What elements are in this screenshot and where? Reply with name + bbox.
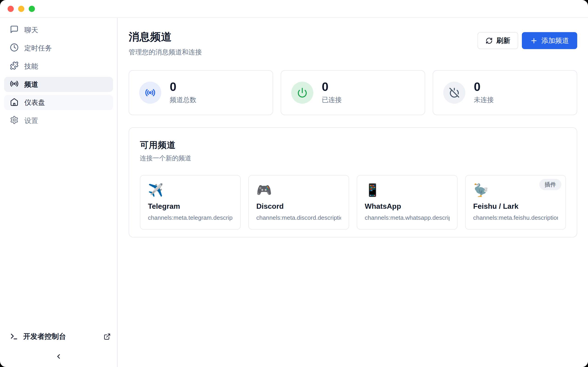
stat-card-connected: 0 已连接: [281, 70, 425, 115]
sidebar-item-label: 定时任务: [24, 44, 52, 53]
mobile-phone-emoji-icon: 📱: [365, 183, 450, 197]
developer-console-label: 开发者控制台: [23, 332, 66, 341]
sidebar-item-channels[interactable]: 频道: [4, 77, 113, 92]
panel-title: 可用频道: [140, 139, 566, 151]
sidebar-item-settings[interactable]: 设置: [4, 113, 113, 128]
sidebar-footer: 开发者控制台: [4, 331, 113, 358]
channel-card-discord[interactable]: 🎮 Discord channels:meta.discord.descript…: [248, 175, 349, 230]
channel-card-telegram[interactable]: ✈️ Telegram channels:meta.telegram.descr…: [140, 175, 241, 230]
zoom-window-button[interactable]: [29, 6, 35, 12]
channel-name: WhatsApp: [365, 202, 450, 211]
clock-icon: [10, 43, 19, 53]
sidebar: 聊天 定时任务 技能 频道: [0, 18, 118, 367]
available-channels-panel: 可用频道 连接一个新的频道 ✈️ Telegram channels:meta.…: [129, 127, 577, 237]
stat-label: 已连接: [322, 95, 342, 105]
page-title: 消息频道: [129, 30, 202, 44]
panel-subtitle: 连接一个新的频道: [140, 154, 566, 163]
collapse-sidebar-button[interactable]: [55, 353, 62, 360]
sidebar-item-dashboard[interactable]: 仪表盘: [4, 95, 113, 110]
broadcast-icon: [139, 82, 161, 104]
external-link-icon[interactable]: [104, 333, 111, 340]
channel-name: Feishu / Lark: [473, 202, 558, 211]
plus-icon: [530, 37, 538, 44]
airplane-emoji-icon: ✈️: [148, 183, 233, 197]
gamepad-emoji-icon: 🎮: [256, 183, 341, 197]
channel-grid: ✈️ Telegram channels:meta.telegram.descr…: [140, 175, 566, 230]
sidebar-item-label: 仪表盘: [24, 98, 45, 107]
developer-console-link[interactable]: 开发者控制台: [4, 331, 113, 342]
sidebar-item-chat[interactable]: 聊天: [4, 23, 113, 38]
refresh-icon: [485, 37, 493, 44]
refresh-button[interactable]: 刷新: [477, 32, 518, 49]
channel-card-feishu[interactable]: 插件 🦤 Feishu / Lark channels:meta.feishu.…: [465, 175, 566, 230]
channel-name: Discord: [256, 202, 341, 211]
page-subtitle: 管理您的消息频道和连接: [129, 48, 202, 57]
stat-card-total-channels: 0 频道总数: [129, 70, 273, 115]
sidebar-item-label: 聊天: [24, 25, 38, 35]
power-off-icon: [443, 82, 465, 104]
sidebar-item-label: 频道: [24, 80, 38, 89]
channel-description: channels:meta.feishu.description: [473, 214, 558, 221]
channel-description: channels:meta.whatsapp.descrip: [365, 214, 450, 221]
channel-description: channels:meta.telegram.descript: [148, 214, 233, 221]
home-icon: [10, 98, 19, 108]
page-header: 消息频道 管理您的消息频道和连接 刷新 添加频道: [129, 30, 577, 57]
main-content: 消息频道 管理您的消息频道和连接 刷新 添加频道: [118, 18, 588, 367]
puzzle-icon: [10, 61, 19, 72]
add-channel-button[interactable]: 添加频道: [522, 32, 577, 49]
channel-description: channels:meta.discord.descriptic: [256, 214, 341, 221]
gear-icon: [10, 116, 19, 126]
stat-value: 0: [170, 81, 196, 93]
plugin-badge: 插件: [539, 179, 561, 190]
sidebar-item-skills[interactable]: 技能: [4, 59, 113, 74]
terminal-icon: [10, 332, 18, 341]
power-icon: [291, 82, 313, 104]
stat-card-disconnected: 0 未连接: [433, 70, 577, 115]
stat-value: 0: [474, 81, 494, 93]
chat-icon: [10, 25, 19, 35]
channel-name: Telegram: [148, 202, 233, 211]
app-window: 聊天 定时任务 技能 频道: [0, 0, 588, 367]
sidebar-item-scheduled-tasks[interactable]: 定时任务: [4, 41, 113, 56]
sidebar-item-label: 技能: [24, 62, 38, 71]
sidebar-item-label: 设置: [24, 116, 38, 125]
titlebar: [0, 0, 588, 18]
stat-label: 频道总数: [170, 95, 196, 105]
close-window-button[interactable]: [8, 6, 14, 12]
stat-label: 未连接: [474, 95, 494, 105]
channel-card-whatsapp[interactable]: 📱 WhatsApp channels:meta.whatsapp.descri…: [357, 175, 458, 230]
broadcast-icon: [10, 79, 19, 90]
minimize-window-button[interactable]: [18, 6, 24, 12]
stats-row: 0 频道总数 0 已连接: [129, 70, 577, 115]
stat-value: 0: [322, 81, 342, 93]
